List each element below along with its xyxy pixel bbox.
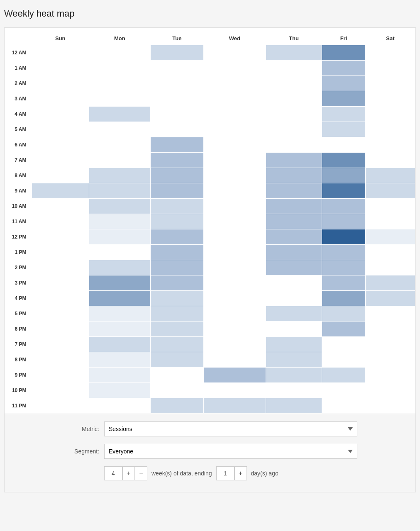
heatmap-cell-13-6 [365,245,415,260]
heatmap-cell-15-1 [89,275,151,291]
page-title: Weekly heat map [4,8,416,19]
heatmap-cell-19-4 [266,337,322,352]
time-label-3: 3 AM [5,91,32,107]
heatmap-cell-8-3 [203,168,266,183]
heatmap-cell-16-0 [32,291,89,306]
heatmap-cell-7-3 [203,153,266,168]
heatmap-cell-14-1 [89,260,151,275]
weeks-plus-button[interactable]: + [122,466,135,480]
heatmap-cell-16-5 [322,291,366,306]
heatmap-cell-20-0 [32,352,89,368]
heatmap-cell-0-2 [150,45,203,61]
time-label-22: 10 PM [5,383,32,398]
heatmap-cell-7-5 [322,153,366,168]
heatmap-cell-9-1 [89,183,151,199]
heatmap-cell-9-0 [32,183,89,199]
heatmap-cell-20-6 [365,352,415,368]
heatmap-cell-0-6 [365,45,415,61]
heatmap-cell-17-0 [32,306,89,322]
heatmap-cell-2-6 [365,76,415,91]
heatmap-cell-15-4 [266,275,322,291]
table-row: 4 AM [5,107,415,122]
time-label-13: 1 PM [5,245,32,260]
metric-select[interactable]: SessionsPageviewsUsers [104,421,357,436]
table-row: 9 AM [5,183,415,199]
heatmap-cell-17-5 [322,306,366,322]
heatmap-cell-15-5 [322,275,366,291]
time-label-9: 9 AM [5,183,32,199]
heatmap-cell-18-2 [150,322,203,337]
column-header-fri: Fri [322,32,366,45]
heatmap-cell-5-0 [32,122,89,137]
heatmap-cell-9-5 [322,183,366,199]
heatmap-cell-22-3 [203,383,266,398]
heatmap-cell-8-4 [266,168,322,183]
weeks-text: week(s) of data, ending [151,470,212,477]
page-container: Weekly heat map SunMonTueWedThuFriSat 12… [0,0,420,497]
heatmap-cell-7-4 [266,153,322,168]
heatmap-cell-6-4 [266,137,322,153]
weeks-value: 4 [104,466,122,480]
heatmap-cell-13-4 [266,245,322,260]
time-label-19: 7 PM [5,337,32,352]
heatmap-cell-6-1 [89,137,151,153]
table-row: 4 PM [5,291,415,306]
heatmap-cell-11-5 [322,214,366,229]
heatmap-cell-14-0 [32,260,89,275]
table-row: 9 PM [5,368,415,383]
heatmap-cell-5-1 [89,122,151,137]
heatmap-cell-19-6 [365,337,415,352]
heatmap-cell-2-2 [150,76,203,91]
segment-select[interactable]: EveryoneNew UsersReturning Users [104,444,357,459]
heatmap-cell-3-6 [365,91,415,107]
heatmap-cell-18-1 [89,322,151,337]
heatmap-cell-19-3 [203,337,266,352]
heatmap-cell-12-1 [89,229,151,245]
heatmap-cell-9-4 [266,183,322,199]
heatmap-cell-15-2 [150,275,203,291]
heatmap-cell-10-3 [203,199,266,214]
heatmap-cell-4-4 [266,107,322,122]
heatmap-cell-0-1 [89,45,151,61]
heatmap-cell-3-3 [203,91,266,107]
days-plus-button[interactable]: + [234,466,247,480]
heatmap-cell-17-4 [266,306,322,322]
table-row: 11 PM [5,398,415,414]
time-label-2: 2 AM [5,76,32,91]
metric-row: Metric: SessionsPageviewsUsers [13,421,407,436]
heatmap-cell-5-4 [266,122,322,137]
heatmap-cell-12-6 [365,229,415,245]
heatmap-cell-11-0 [32,214,89,229]
heatmap-cell-23-2 [150,398,203,414]
time-label-6: 6 AM [5,137,32,153]
time-label-10: 10 AM [5,199,32,214]
heatmap-cell-20-1 [89,352,151,368]
time-label-7: 7 AM [5,153,32,168]
heatmap-cell-3-5 [322,91,366,107]
heatmap-cell-23-1 [89,398,151,414]
heatmap-cell-22-5 [322,383,366,398]
table-row: 5 AM [5,122,415,137]
column-header-sun: Sun [32,32,89,45]
table-row: 8 AM [5,168,415,183]
time-label-11: 11 AM [5,214,32,229]
heatmap-cell-5-2 [150,122,203,137]
heatmap-cell-7-6 [365,153,415,168]
heatmap-cell-0-0 [32,45,89,61]
table-row: 2 PM [5,260,415,275]
heatmap-cell-4-1 [89,107,151,122]
heatmap-cell-1-1 [89,61,151,76]
heatmap-cell-12-0 [32,229,89,245]
heatmap-cell-21-1 [89,368,151,383]
weeks-minus-button[interactable]: − [135,466,147,480]
heatmap-cell-21-4 [266,368,322,383]
time-label-12: 12 PM [5,229,32,245]
time-label-15: 3 PM [5,275,32,291]
heatmap-cell-6-2 [150,137,203,153]
heatmap-cell-12-4 [266,229,322,245]
heatmap-cell-17-1 [89,306,151,322]
heatmap-cell-7-0 [32,153,89,168]
heatmap-cell-1-6 [365,61,415,76]
table-row: 2 AM [5,76,415,91]
table-row: 12 AM [5,45,415,61]
